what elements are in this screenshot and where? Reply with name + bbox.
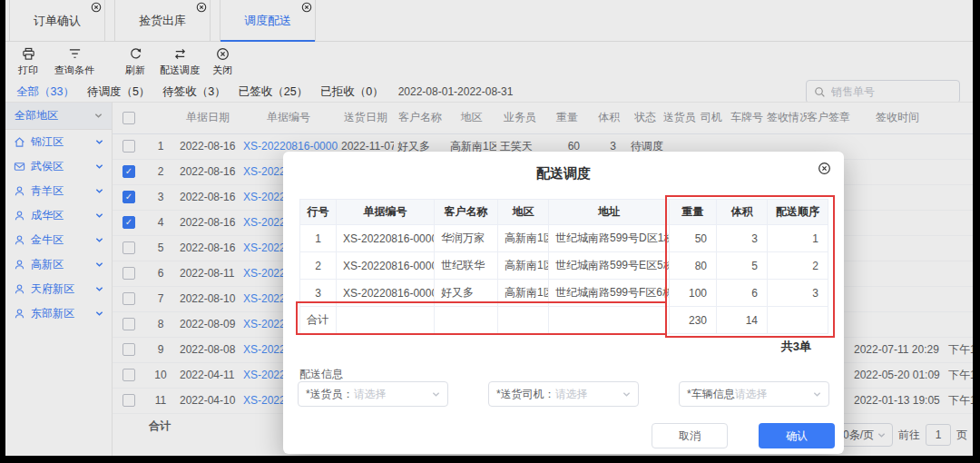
dispatch-total-cell	[549, 307, 670, 334]
dispatch-cell: 2	[300, 252, 337, 280]
dispatch-cell: 80	[670, 252, 717, 280]
dispatch-cell: 世纪城南路599号F区6栋	[549, 280, 670, 307]
chevron-down-icon	[622, 390, 631, 399]
dispatch-cell: 100	[670, 280, 717, 307]
dispatch-total-cell	[498, 307, 549, 334]
dispatch-cell: 好又多	[435, 280, 498, 307]
confirm-button[interactable]: 确认	[759, 423, 835, 448]
dispatch-cell: 高新南1区	[498, 280, 549, 307]
dispatch-cell: 3	[300, 280, 337, 307]
deliverer-select-placeholder: 请选择	[354, 387, 387, 402]
dispatch-order-table: 行号单据编号客户名称地区地址重量体积配送顺序1XS-20220816-00001…	[299, 199, 828, 334]
dispatch-col-header: 地址	[549, 200, 670, 225]
dispatch-col-header: 重量	[670, 200, 717, 225]
dispatch-cell: 50	[670, 225, 717, 252]
vehicle-select-label: *车辆信息	[687, 387, 735, 402]
dispatch-col-header: 单据编号	[337, 200, 435, 225]
dispatch-cell: 5	[717, 252, 768, 280]
dispatch-row[interactable]: 2XS-20220816-000016世纪联华高新南1区世纪城南路599号E区5…	[300, 252, 828, 280]
dispatch-total-cell: 230	[670, 307, 717, 334]
driver-select-placeholder: 请选择	[555, 387, 588, 402]
modal-title: 配送调度	[283, 165, 844, 182]
driver-select[interactable]: *送货司机： 请选择	[488, 381, 639, 407]
modal-close-icon[interactable]	[818, 162, 831, 175]
dispatch-col-header: 体积	[717, 200, 768, 225]
chevron-down-icon	[813, 390, 821, 399]
dispatch-cell: 6	[717, 280, 768, 307]
deliverer-select-label: *送货员：	[306, 387, 354, 402]
dispatch-row[interactable]: 3XS-20220816-000015好又多高新南1区世纪城南路599号F区6栋…	[300, 280, 828, 307]
dispatch-col-header: 地区	[498, 200, 549, 225]
dispatch-col-header: 配送顺序	[768, 200, 828, 225]
chevron-down-icon	[432, 390, 440, 399]
deliverer-select[interactable]: *送货员： 请选择	[298, 381, 448, 407]
dispatch-total-cell: 14	[717, 307, 768, 334]
dispatch-cell: 世纪城南路599号D区1栋	[549, 225, 670, 252]
dispatch-cell: XS-20220816-000016	[337, 252, 435, 280]
dispatch-total-cell: 合计	[300, 307, 337, 334]
dispatch-cell: 华润万家	[435, 225, 498, 252]
dispatch-cell: 高新南1区	[498, 225, 549, 252]
delivery-info-label: 配送信息	[299, 367, 343, 382]
dispatch-total-row: 合计23014	[300, 307, 828, 334]
dispatch-cell: 3	[768, 280, 828, 307]
dispatch-cell: XS-20220816-000017	[337, 225, 435, 252]
dispatch-modal: 配送调度 行号单据编号客户名称地区地址重量体积配送顺序1XS-20220816-…	[283, 152, 844, 454]
dispatch-cell: 世纪联华	[435, 252, 498, 280]
driver-select-label: *送货司机：	[496, 387, 555, 402]
app-window: 订单确认捡货出库调度配送 打印 查询条件 刷新 配送调度 关闭 全部（33）待调…	[5, 0, 973, 456]
dispatch-cell: 3	[717, 225, 768, 252]
dispatch-cell: 1	[768, 225, 828, 252]
vehicle-select[interactable]: *车辆信息 请选择	[679, 381, 829, 407]
dispatch-cell: 高新南1区	[498, 252, 549, 280]
order-count: 共3单	[781, 339, 811, 355]
dispatch-col-header: 客户名称	[435, 200, 498, 225]
dispatch-col-header: 行号	[300, 200, 337, 225]
dispatch-total-cell	[435, 307, 498, 334]
dispatch-cell: 1	[300, 225, 337, 252]
dispatch-total-cell	[337, 307, 435, 334]
dispatch-cell: 世纪城南路599号E区5栋	[549, 252, 670, 280]
dispatch-total-cell	[768, 307, 828, 334]
dispatch-row[interactable]: 1XS-20220816-000017华润万家高新南1区世纪城南路599号D区1…	[300, 225, 828, 252]
dispatch-cell: XS-20220816-000015	[337, 280, 435, 307]
vehicle-select-placeholder: 请选择	[735, 387, 768, 402]
cancel-button[interactable]: 取消	[652, 423, 728, 448]
dispatch-cell: 2	[768, 252, 828, 280]
